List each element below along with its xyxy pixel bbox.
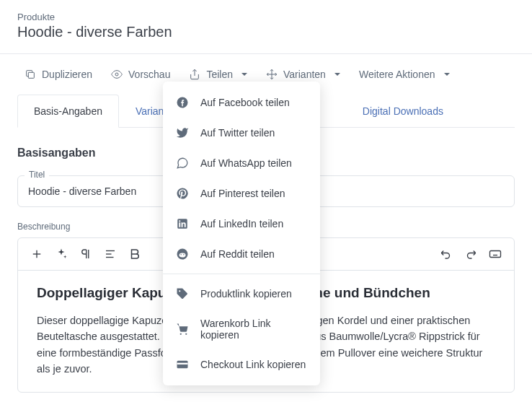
editor-align-button[interactable] bbox=[99, 242, 122, 266]
share-label: Teilen bbox=[206, 69, 233, 80]
more-label: Weitere Aktionen bbox=[359, 69, 435, 80]
svg-rect-0 bbox=[28, 72, 34, 78]
editor-undo-button[interactable] bbox=[435, 242, 458, 266]
variants-label: Varianten bbox=[283, 69, 326, 80]
move-icon bbox=[266, 69, 278, 80]
editor-redo-button[interactable] bbox=[459, 242, 482, 266]
editor-paragraph-button[interactable] bbox=[74, 242, 97, 266]
copy-icon bbox=[25, 69, 36, 80]
share-pinterest-label: Auf Pinterest teilen bbox=[200, 188, 285, 199]
editor-add-button[interactable] bbox=[25, 242, 48, 266]
redo-icon bbox=[464, 248, 477, 261]
twitter-icon bbox=[176, 126, 189, 139]
share-linkedin-label: Auf LinkedIn teilen bbox=[200, 218, 283, 230]
undo-icon bbox=[440, 248, 453, 261]
card-icon bbox=[176, 358, 189, 371]
copy-checkout-link[interactable]: Checkout Link kopieren bbox=[163, 349, 320, 380]
copy-checkout-link-label: Checkout Link kopieren bbox=[200, 359, 306, 370]
page-title: Hoodie - diverse Farben bbox=[17, 24, 515, 40]
share-facebook-label: Auf Facebook teilen bbox=[200, 97, 290, 108]
whatsapp-icon bbox=[176, 157, 189, 170]
reddit-icon bbox=[176, 248, 189, 261]
svg-point-7 bbox=[180, 254, 182, 255]
bold-icon bbox=[128, 248, 141, 261]
chevron-down-icon bbox=[241, 73, 247, 76]
pinterest-icon bbox=[176, 187, 189, 200]
share-twitter-label: Auf Twitter teilen bbox=[200, 127, 275, 139]
sparkle-icon bbox=[55, 248, 68, 261]
copy-cart-link[interactable]: Warenkorb Link kopieren bbox=[163, 309, 320, 349]
chevron-down-icon bbox=[444, 73, 450, 76]
dropdown-divider bbox=[163, 274, 320, 274]
share-facebook[interactable]: Auf Facebook teilen bbox=[163, 87, 320, 118]
tab-basic[interactable]: Basis-Angaben bbox=[17, 95, 119, 128]
share-dropdown: Auf Facebook teilen Auf Twitter teilen A… bbox=[163, 82, 320, 385]
share-linkedin[interactable]: Auf LinkedIn teilen bbox=[163, 209, 320, 239]
editor-ai-button[interactable] bbox=[50, 242, 73, 266]
tag-icon bbox=[176, 287, 189, 300]
share-icon bbox=[189, 69, 200, 80]
svg-point-1 bbox=[115, 73, 118, 76]
breadcrumb[interactable]: Produkte bbox=[17, 12, 515, 22]
svg-rect-19 bbox=[490, 251, 501, 258]
copy-product-link[interactable]: Produktlink kopieren bbox=[163, 279, 320, 309]
title-label: Titel bbox=[25, 170, 49, 180]
chevron-down-icon bbox=[334, 73, 340, 76]
pilcrow-icon bbox=[79, 248, 92, 261]
editor-bold-button[interactable] bbox=[123, 242, 146, 266]
keyboard-icon bbox=[489, 248, 502, 261]
facebook-icon bbox=[176, 96, 189, 109]
share-twitter[interactable]: Auf Twitter teilen bbox=[163, 118, 320, 148]
copy-cart-link-label: Warenkorb Link kopieren bbox=[200, 318, 307, 341]
svg-point-8 bbox=[183, 254, 185, 255]
share-whatsapp[interactable]: Auf WhatsApp teilen bbox=[163, 148, 320, 178]
share-reddit-label: Auf Reddit teilen bbox=[200, 248, 275, 260]
preview-label: Vorschau bbox=[128, 69, 170, 80]
svg-point-11 bbox=[185, 333, 187, 335]
svg-point-10 bbox=[180, 333, 182, 335]
share-reddit[interactable]: Auf Reddit teilen bbox=[163, 239, 320, 269]
duplicate-label: Duplizieren bbox=[42, 69, 92, 80]
svg-point-6 bbox=[179, 253, 186, 258]
plus-icon bbox=[30, 248, 43, 261]
svg-point-9 bbox=[179, 290, 180, 292]
align-left-icon bbox=[104, 248, 117, 261]
share-whatsapp-label: Auf WhatsApp teilen bbox=[200, 157, 292, 169]
editor-keyboard-button[interactable] bbox=[484, 242, 507, 266]
tab-digital[interactable]: Digital Downloads bbox=[346, 95, 460, 127]
eye-icon bbox=[111, 69, 123, 80]
share-pinterest[interactable]: Auf Pinterest teilen bbox=[163, 178, 320, 209]
cart-icon bbox=[176, 323, 189, 336]
linkedin-icon bbox=[176, 217, 189, 230]
copy-product-link-label: Produktlink kopieren bbox=[200, 288, 292, 300]
svg-rect-13 bbox=[177, 363, 188, 364]
duplicate-button[interactable]: Duplizieren bbox=[17, 64, 99, 84]
more-actions-button[interactable]: Weitere Aktionen bbox=[352, 64, 457, 84]
